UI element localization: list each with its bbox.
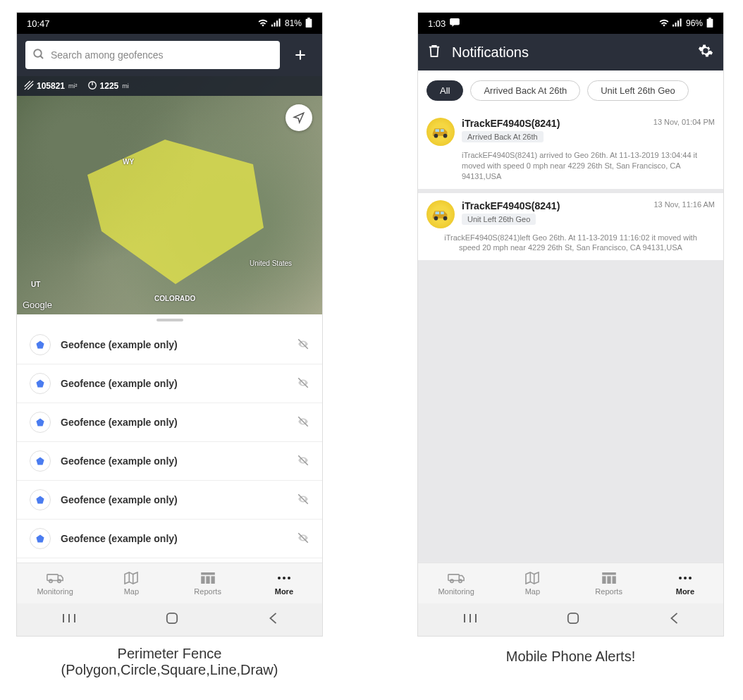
svg-rect-61 (448, 575, 459, 581)
map-icon (124, 571, 138, 585)
nav-more[interactable]: More (246, 563, 322, 603)
filter-all[interactable]: All (426, 80, 463, 101)
svg-line-12 (25, 80, 30, 86)
svg-rect-48 (675, 23, 676, 27)
nav-map[interactable]: Map (494, 563, 570, 603)
add-geofence-button[interactable] (287, 41, 314, 69)
polygon-icon (30, 412, 51, 433)
perimeter-value: 1225 (100, 81, 119, 91)
notification-card[interactable]: iTrackEF4940S(8241) Unit Left 26th Geo 1… (418, 193, 723, 261)
back-button[interactable] (669, 612, 679, 627)
polygon-icon (30, 528, 51, 549)
notification-time: 13 Nov, 01:04 PM (653, 118, 715, 126)
notification-body: iTrackEF4940S(8241) arrived to Geo 26th.… (426, 150, 715, 182)
geofence-label: Geofence (example only) (61, 533, 178, 544)
geofence-row[interactable]: Geofence (example only) (17, 326, 322, 364)
polygon-icon (30, 489, 51, 510)
wifi-icon (659, 18, 669, 29)
locate-me-button[interactable] (285, 104, 312, 131)
geofence-row[interactable]: Geofence (example only) (17, 364, 322, 403)
settings-button[interactable] (698, 43, 713, 61)
android-nav-bar (17, 603, 322, 636)
notification-body: iTrackEF4940S(8241)left Geo 26th. At 11-… (426, 233, 715, 254)
visibility-off-icon[interactable] (297, 532, 309, 546)
nav-monitoring[interactable]: Monitoring (17, 563, 93, 603)
geofence-label: Geofence (example only) (61, 494, 178, 505)
vehicle-icon (426, 200, 455, 228)
svg-rect-76 (567, 613, 577, 623)
svg-rect-44 (166, 613, 176, 623)
svg-rect-34 (201, 572, 215, 575)
svg-point-40 (288, 577, 290, 579)
svg-marker-27 (36, 534, 44, 542)
home-button[interactable] (166, 612, 178, 627)
vehicle-icon (426, 118, 455, 146)
svg-point-7 (34, 49, 42, 57)
svg-rect-0 (271, 24, 273, 26)
recents-button[interactable] (463, 613, 477, 627)
van-icon (47, 571, 63, 585)
geofence-row[interactable]: Geofence (example only) (17, 520, 322, 558)
visibility-off-icon[interactable] (297, 454, 309, 469)
visibility-off-icon[interactable] (297, 376, 309, 391)
visibility-off-icon[interactable] (297, 338, 309, 352)
clock: 1:03 (428, 18, 446, 29)
svg-point-71 (684, 577, 687, 579)
signal-icon (271, 18, 281, 29)
svg-point-53 (434, 134, 438, 138)
svg-rect-2 (276, 20, 278, 26)
nav-reports[interactable]: Reports (170, 563, 246, 603)
recents-button[interactable] (62, 613, 76, 627)
home-button[interactable] (567, 612, 579, 627)
filter-arrived[interactable]: Arrived Back At 26th (470, 80, 580, 101)
nav-monitoring[interactable]: Monitoring (418, 563, 494, 603)
svg-rect-60 (441, 211, 444, 214)
nav-reports[interactable]: Reports (571, 563, 647, 603)
signal-icon (673, 18, 682, 29)
phone-notifications: 1:03 96% Notifications All Arrived Back … (417, 12, 724, 637)
visibility-off-icon[interactable] (297, 415, 309, 430)
filter-chips: All Arrived Back At 26th Unit Left 26th … (418, 70, 723, 111)
svg-point-58 (443, 216, 448, 220)
status-bar: 10:47 81% (17, 13, 322, 34)
geofence-polygon[interactable] (80, 133, 271, 288)
svg-point-38 (278, 577, 281, 579)
sheet-drag-handle[interactable] (17, 314, 322, 326)
polygon-icon (30, 373, 51, 394)
svg-line-8 (40, 56, 43, 59)
dots-icon (277, 571, 291, 585)
battery-icon (305, 18, 312, 30)
svg-point-30 (49, 579, 52, 582)
svg-point-57 (434, 216, 438, 220)
geofence-row[interactable]: Geofence (example only) (17, 403, 322, 442)
back-button[interactable] (268, 612, 278, 627)
visibility-off-icon[interactable] (297, 493, 309, 508)
map-view[interactable]: 105821 mi² 1225 mi WY United States UT C… (17, 76, 322, 314)
geofence-label: Geofence (example only) (61, 378, 178, 389)
notification-tag: Unit Left 26th Geo (462, 214, 536, 225)
search-input[interactable]: Search among geofences (25, 41, 280, 69)
perimeter-icon (87, 80, 97, 92)
polygon-icon (30, 334, 51, 355)
geofence-list[interactable]: Geofence (example only) Geofence (exampl… (17, 326, 322, 563)
table-icon (201, 571, 215, 585)
svg-rect-49 (677, 20, 679, 26)
delete-button[interactable] (428, 44, 441, 61)
map-stats-bar: 105821 mi² 1225 mi (17, 76, 322, 96)
map-label-co: COLORADO (154, 295, 195, 302)
svg-rect-35 (201, 576, 204, 584)
area-value: 105821 (37, 81, 65, 91)
filter-left[interactable]: Unit Left 26th Geo (587, 80, 689, 101)
nav-more[interactable]: More (647, 563, 723, 603)
notification-list[interactable]: iTrackEF4940S(8241) Arrived Back At 26th… (418, 111, 723, 563)
svg-rect-3 (278, 18, 280, 26)
nav-map[interactable]: Map (93, 563, 169, 603)
svg-rect-50 (680, 18, 681, 26)
wifi-icon (258, 18, 268, 29)
svg-rect-67 (602, 576, 606, 584)
geofence-row[interactable]: Geofence (example only) (17, 442, 322, 481)
map-icon (525, 571, 539, 585)
notification-card[interactable]: iTrackEF4940S(8241) Arrived Back At 26th… (418, 111, 723, 189)
geofence-row[interactable]: Geofence (example only) (17, 481, 322, 520)
geofence-label: Geofence (example only) (61, 417, 178, 428)
